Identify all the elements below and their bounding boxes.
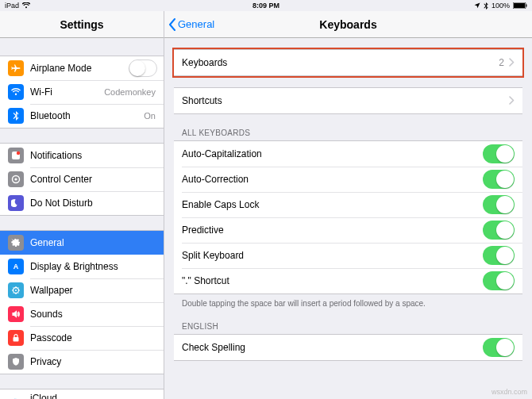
predictive-row[interactable]: Predictive (174, 217, 522, 243)
bluetooth-label: Bluetooth (30, 110, 144, 121)
wifi-value: Codemonkey (104, 87, 156, 97)
battery-percent: 100% (492, 2, 510, 10)
all-keyboards-header: ALL KEYBOARDS (182, 129, 515, 137)
shortcuts-row[interactable]: Shortcuts (174, 88, 522, 113)
predictive-toggle[interactable] (483, 221, 515, 240)
controlcenter-label: Control Center (30, 174, 164, 185)
sidebar-item-sounds[interactable]: Sounds (0, 302, 164, 326)
splitkb-toggle[interactable] (483, 246, 515, 265)
device-label: iPad (5, 2, 19, 10)
sidebar-header: Settings (0, 11, 164, 38)
sidebar-item-wallpaper[interactable]: Wallpaper (0, 278, 164, 302)
airplane-label: Airplane Mode (30, 63, 129, 74)
shortcuts-label: Shortcuts (182, 95, 509, 106)
sidebar-item-general[interactable]: General (0, 231, 164, 255)
detail-title: Keyboards (319, 18, 376, 31)
airplane-icon (8, 60, 24, 76)
checkspelling-row[interactable]: Check Spelling (174, 335, 522, 360)
autocap-label: Auto-Capitalization (182, 148, 483, 159)
sidebar-item-icloud[interactable]: iCloud Michael.McConnell@me.com (0, 389, 164, 399)
chevron-right-icon (509, 56, 515, 70)
notifications-label: Notifications (30, 150, 164, 161)
autocap-row[interactable]: Auto-Capitalization (174, 141, 522, 167)
svg-rect-1 (514, 3, 525, 8)
sidebar-item-airplane[interactable]: Airplane Mode (0, 56, 164, 80)
display-icon: A (8, 259, 24, 274)
predictive-label: Predictive (182, 224, 483, 236)
wallpaper-label: Wallpaper (30, 285, 164, 296)
keyboards-group: Keyboards 2 (174, 49, 522, 76)
svg-point-9 (15, 290, 17, 291)
sidebar-item-wifi[interactable]: Wi-Fi Codemonkey (0, 80, 164, 104)
shortcuts-group: Shortcuts (174, 87, 522, 114)
bluetooth-settings-icon (8, 108, 24, 124)
general-label: General (30, 237, 164, 248)
wifi-icon (22, 2, 30, 9)
svg-rect-10 (13, 337, 19, 342)
sidebar-item-bluetooth[interactable]: Bluetooth On (0, 104, 164, 128)
icloud-icon (8, 395, 24, 400)
keyboards-label: Keyboards (182, 57, 499, 68)
wifi-settings-icon (8, 84, 24, 100)
sidebar-title: Settings (60, 18, 103, 31)
periodshortcut-label: "." Shortcut (182, 275, 483, 286)
sidebar-group-2: Notifications Control Center Do Not Dist… (0, 143, 164, 216)
sidebar-group-3: General A Display & Brightness Wallpaper (0, 230, 164, 374)
gear-icon (8, 235, 24, 251)
passcode-label: Passcode (30, 332, 164, 343)
splitkb-label: Split Keyboard (182, 250, 483, 261)
back-button[interactable]: General (168, 18, 214, 31)
checkspelling-toggle[interactable] (483, 338, 515, 357)
privacy-label: Privacy (30, 356, 164, 367)
bluetooth-value: On (144, 111, 156, 121)
dnd-icon (8, 195, 24, 211)
sidebar-item-display[interactable]: A Display & Brightness (0, 255, 164, 278)
svg-point-6 (14, 178, 17, 180)
capslock-row[interactable]: Enable Caps Lock (174, 192, 522, 217)
clock: 8:09 PM (253, 2, 279, 10)
keyboards-row[interactable]: Keyboards 2 (174, 50, 522, 75)
watermark: wsxdn.com (492, 388, 527, 396)
sounds-icon (8, 306, 24, 322)
english-group: Check Spelling (174, 334, 522, 361)
back-label: General (178, 18, 214, 30)
periodshortcut-row[interactable]: "." Shortcut (174, 268, 522, 293)
autocap-toggle[interactable] (483, 144, 515, 163)
capslock-toggle[interactable] (483, 195, 515, 214)
periodshortcut-toggle[interactable] (483, 271, 515, 290)
control-center-icon (8, 171, 24, 187)
svg-rect-2 (526, 4, 526, 6)
sounds-label: Sounds (30, 309, 164, 320)
checkspelling-label: Check Spelling (182, 342, 483, 353)
passcode-icon (8, 330, 24, 346)
dnd-label: Do Not Disturb (30, 198, 164, 209)
chevron-left-icon (168, 18, 177, 31)
sidebar-item-passcode[interactable]: Passcode (0, 326, 164, 350)
splitkb-row[interactable]: Split Keyboard (174, 243, 522, 268)
notifications-icon (8, 148, 24, 163)
sidebar-group-1: Airplane Mode Wi-Fi Codemonkey (0, 56, 164, 129)
display-label: Display & Brightness (30, 261, 164, 272)
sidebar-item-notifications[interactable]: Notifications (0, 144, 164, 167)
sidebar-item-controlcenter[interactable]: Control Center (0, 167, 164, 191)
sidebar-item-dnd[interactable]: Do Not Disturb (0, 191, 164, 215)
battery-icon (513, 2, 527, 9)
bluetooth-icon (484, 2, 488, 10)
wallpaper-icon (8, 282, 24, 298)
svg-text:A: A (13, 263, 19, 270)
detail-panel: General Keyboards Keyboards 2 (164, 11, 532, 399)
svg-point-4 (17, 152, 20, 155)
chevron-right-icon (509, 94, 515, 108)
autocorrect-row[interactable]: Auto-Correction (174, 167, 522, 192)
autocorrect-label: Auto-Correction (182, 174, 483, 185)
airplane-toggle[interactable] (129, 59, 157, 77)
autocorrect-toggle[interactable] (483, 170, 515, 189)
location-icon (474, 2, 480, 9)
sidebar-item-privacy[interactable]: Privacy (0, 350, 164, 374)
all-keyboards-group: Auto-Capitalization Auto-Correction Enab… (174, 140, 522, 294)
wifi-label: Wi-Fi (30, 86, 104, 98)
english-header: ENGLISH (182, 322, 515, 331)
keyboards-count: 2 (499, 57, 504, 68)
icloud-label: iCloud (30, 393, 123, 399)
period-footer: Double tapping the space bar will insert… (182, 299, 515, 308)
